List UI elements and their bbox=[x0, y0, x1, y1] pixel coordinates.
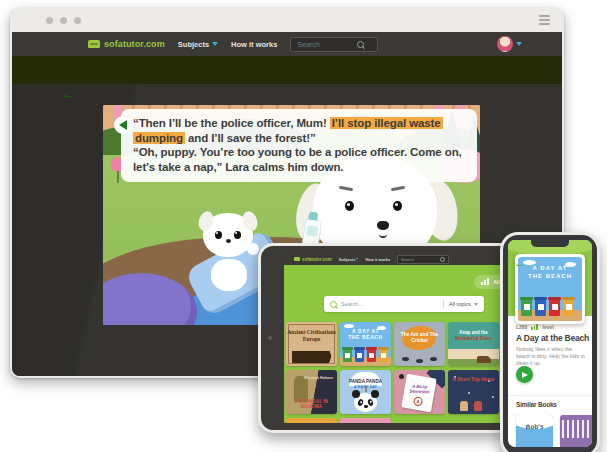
search-placeholder: Search... bbox=[341, 301, 438, 307]
book-cover-ancient-civilisations[interactable]: Ancient Civilisations Europe bbox=[286, 322, 337, 366]
book-title: Ancient Civilisations Europe bbox=[286, 329, 337, 342]
book-cover-partial[interactable] bbox=[340, 418, 391, 423]
nav-subjects[interactable]: Subjects bbox=[339, 257, 359, 262]
book-title: PANDA PANDA bbox=[340, 379, 391, 384]
puppy-character bbox=[203, 213, 255, 291]
book-cover-short-trip-home[interactable]: A Short Trip Home bbox=[448, 370, 499, 414]
recycle-bin-art bbox=[549, 299, 560, 316]
tablet-camera bbox=[268, 336, 272, 340]
library-search-bar[interactable]: Search... All topics bbox=[324, 296, 484, 312]
story-text-post: and I’ll save the forest!” bbox=[185, 132, 316, 144]
nav-search[interactable] bbox=[290, 37, 378, 52]
book-subtitle: A Scandal in Bohemia bbox=[286, 399, 337, 409]
window-control-dot[interactable] bbox=[74, 17, 81, 24]
audio-play-icon[interactable] bbox=[114, 116, 132, 134]
recycle-bin-art bbox=[355, 349, 364, 362]
search-placeholder: Search bbox=[401, 257, 414, 262]
window-control-dot[interactable] bbox=[46, 17, 53, 24]
search-icon bbox=[440, 257, 445, 262]
story-text-pre: “Then I’ll be the police officer, Mum! bbox=[133, 117, 330, 129]
chevron-down-icon bbox=[356, 258, 358, 260]
tablet-navbar: sofatutor.com Subjects How it works Sear… bbox=[284, 253, 536, 265]
divider bbox=[443, 299, 444, 309]
level-label: level bbox=[543, 324, 554, 330]
cover-title: A DAY AT THE BEACH bbox=[518, 265, 582, 280]
back-arrow-icon[interactable]: ← bbox=[60, 84, 77, 104]
book-cover-day-at-the-beach: A DAY AT THE BEACH bbox=[518, 257, 582, 321]
cover-art bbox=[448, 359, 499, 366]
phone-device: ← A DAY AT THE BEACH L280 level A Day at… bbox=[500, 232, 600, 452]
story-text-line2: “Oh, puppy. You’re too young to be a pol… bbox=[133, 146, 462, 173]
book-title: Anap and the bbox=[448, 330, 499, 335]
level-bars-icon bbox=[481, 278, 490, 286]
book-cover-ant-and-cricket[interactable]: The Ant and The Cricket bbox=[394, 322, 445, 366]
nav-how-it-works-label: How it works bbox=[231, 40, 277, 49]
paper-art: A Busy Semester A bbox=[401, 374, 436, 413]
chevron-down-icon bbox=[474, 303, 478, 306]
search-input[interactable] bbox=[295, 40, 357, 49]
browser-menu-icon[interactable] bbox=[539, 15, 550, 25]
cover-art bbox=[477, 356, 491, 363]
couch-icon bbox=[88, 40, 100, 48]
cover-art bbox=[474, 401, 482, 411]
book-grid: Ancient Civilisations Europe A DAY AT TH… bbox=[286, 322, 499, 423]
book-title: Bob's bbox=[516, 422, 553, 432]
divider bbox=[508, 395, 592, 396]
all-topics-dropdown[interactable]: All topics bbox=[449, 301, 478, 307]
book-cover-panda-panda[interactable]: PANDA PANDA A RAINY DAY bbox=[340, 370, 391, 414]
search-icon bbox=[330, 301, 337, 308]
book-cover-day-at-the-beach[interactable]: A DAY AT THE BEACH bbox=[340, 322, 391, 366]
book-cover-partial[interactable] bbox=[286, 418, 337, 423]
level-bars-icon bbox=[531, 324, 538, 331]
search-icon[interactable] bbox=[357, 41, 364, 48]
nav-subjects-label: Subjects bbox=[339, 257, 356, 262]
similar-books-heading: Similar Books bbox=[516, 401, 557, 408]
similar-book-cover-bobs[interactable]: Bob's bbox=[516, 415, 553, 447]
similar-book-cover[interactable] bbox=[560, 415, 592, 447]
chevron-down-icon bbox=[212, 42, 218, 46]
book-subtitle: Wonderful Oven bbox=[448, 336, 499, 341]
logo-text: sofatutor.com bbox=[104, 39, 165, 49]
window-titlebar bbox=[10, 8, 564, 32]
back-arrow-icon[interactable]: ← bbox=[514, 257, 525, 269]
cover-art bbox=[292, 351, 331, 363]
nav-how-it-works[interactable]: How it works bbox=[365, 257, 390, 262]
nav-subjects[interactable]: Subjects bbox=[178, 40, 218, 49]
play-icon bbox=[522, 372, 528, 378]
recycle-bin-art bbox=[379, 349, 388, 362]
phone-screen: ← A DAY AT THE BEACH L280 level A Day at… bbox=[508, 240, 592, 447]
play-button[interactable] bbox=[516, 366, 533, 383]
cover-art bbox=[460, 401, 468, 411]
window-controls[interactable] bbox=[46, 17, 81, 24]
book-page-title: A Day at the Beach bbox=[516, 333, 589, 343]
page-header-band bbox=[12, 56, 562, 84]
book-title: A Short Trip Home bbox=[448, 377, 499, 382]
book-title: A Busy Semester bbox=[406, 384, 432, 395]
phone-notch bbox=[531, 240, 569, 247]
window-control-dot[interactable] bbox=[60, 17, 67, 24]
recycle-bin-art bbox=[367, 349, 376, 362]
user-menu[interactable] bbox=[497, 36, 522, 52]
site-navbar: sofatutor.com Subjects How it works bbox=[12, 32, 562, 56]
nav-how-it-works[interactable]: How it works bbox=[231, 40, 277, 49]
recycle-bin-art bbox=[343, 349, 352, 362]
nav-subjects-label: Subjects bbox=[178, 40, 209, 49]
sofatutor-logo[interactable]: sofatutor.com bbox=[294, 257, 332, 262]
cover-art bbox=[562, 420, 592, 438]
book-title: Sherlock Holmes bbox=[286, 376, 337, 380]
nav-how-it-works-label: How it works bbox=[365, 257, 390, 262]
recycle-bin-art bbox=[563, 299, 574, 316]
grade-stamp: A bbox=[413, 396, 423, 406]
book-cover-card[interactable]: A DAY AT THE BEACH bbox=[515, 254, 585, 324]
book-cover-anap-wonderful-oven[interactable]: Anap and the Wonderful Oven bbox=[448, 322, 499, 366]
story-text-box: “Then I’ll be the police officer, Mum! I… bbox=[121, 109, 477, 182]
sofatutor-logo[interactable]: sofatutor.com bbox=[88, 39, 165, 49]
tablet-screen: sofatutor.com Subjects How it works Sear… bbox=[284, 253, 536, 423]
similar-books-row: Bob's bbox=[516, 415, 592, 447]
level-badge: L280 level bbox=[516, 324, 554, 331]
book-cover-scandal-in-bohemia[interactable]: Sherlock Holmes A Scandal in Bohemia bbox=[286, 370, 337, 414]
avatar[interactable] bbox=[497, 36, 513, 52]
nav-search[interactable]: Search bbox=[397, 255, 449, 264]
recycle-bin-art bbox=[535, 299, 546, 316]
book-cover-busy-semester[interactable]: A Busy Semester A bbox=[394, 370, 445, 414]
